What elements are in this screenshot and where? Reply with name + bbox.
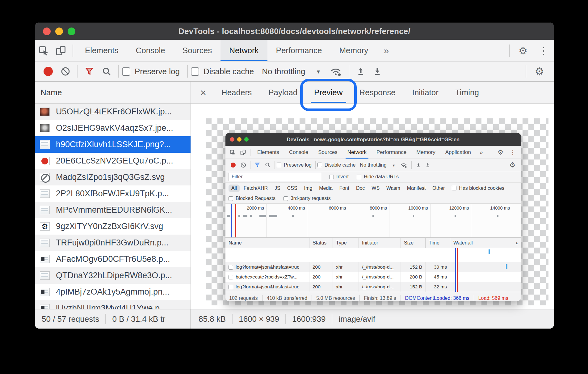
request-name: MadqZsIZpo1sj3qQ3GsZ.svg (56, 172, 165, 182)
nested-filter-chip-js: JS (272, 185, 283, 192)
request-row[interactable]: TRFujw0pi0nHF3GwDuRn.p... (35, 235, 191, 251)
nested-tab-bar: Elements Console Sources Network Perform… (225, 146, 521, 159)
window-titlebar[interactable]: DevTools - localhost:8080/docs/devtools/… (35, 23, 554, 40)
tab-network[interactable]: Network (220, 40, 267, 61)
tab-preview[interactable]: Preview (306, 82, 351, 103)
request-row[interactable]: 20E6CLcSzNV2GELQu7oC.p... (35, 153, 191, 169)
clear-button[interactable] (57, 67, 74, 76)
network-content: Name U5OHzQL4tEKFr6OFlxWK.jp... O2sIJEHG… (35, 82, 554, 309)
request-row[interactable]: O2sIJEHG9avKV4aqzSx7.jpe... (35, 120, 191, 136)
search-button[interactable] (98, 66, 115, 76)
request-row[interactable]: U5OHzQL4tEKFr6OFlxWK.jp... (35, 104, 191, 120)
tab-performance[interactable]: Performance (267, 40, 331, 61)
preserve-log-checkbox[interactable] (122, 67, 130, 76)
inspect-cursor-icon (38, 45, 49, 56)
request-row[interactable]: MadqZsIZpo1sj3qQ3GsZ.svg (35, 169, 191, 185)
tab-payload[interactable]: Payload (260, 82, 306, 103)
tab-initiator[interactable]: Initiator (404, 82, 447, 103)
divider (275, 161, 275, 169)
request-row[interactable]: lUvzbNUIrm3Mvd4U1Ywe.p... (35, 300, 191, 309)
cell-name: batchexecute?rpcids=xZTw... (225, 272, 309, 282)
cell-status: 200 (309, 262, 333, 272)
waterfall-request-bar (506, 264, 507, 269)
close-detail-button[interactable]: × (193, 82, 213, 103)
status-bar-right: 85.8 kB 1600 × 939 1600:939 image/avif (191, 309, 375, 329)
network-conditions-button[interactable] (326, 66, 346, 77)
chevron-down-icon[interactable]: ▼ (316, 69, 321, 75)
cell-name: log?format=json&hasfast=true (225, 262, 309, 272)
nested-filter-chip-ws: WS (369, 185, 382, 192)
transferred-bytes: 0 B / 31.4 kB tr (112, 314, 165, 324)
timeline-activity-mark (259, 215, 266, 217)
filter-button[interactable] (81, 66, 98, 76)
import-har-button[interactable] (352, 66, 369, 76)
active-tab-underline (311, 102, 346, 103)
nested-wifi-gear-icon (398, 162, 410, 168)
nested-request-row: batchexecute?rpcids=xZTw... 200 xhr /_/m… (225, 272, 521, 282)
name-column-header[interactable]: Name (35, 82, 191, 104)
divider (349, 65, 349, 78)
nested-filter-chip-css: CSS (284, 185, 300, 192)
row-checkbox (229, 285, 233, 289)
clear-icon (61, 67, 70, 76)
request-row[interactable]: 2P2L80XfBoFWJFxU9TpK.p... (35, 185, 191, 202)
request-row[interactable]: AFacMOgv6D0CFTr6U5e8.p... (35, 251, 191, 267)
request-row[interactable]: MPcVmmemtEEDURBN6lGK... (35, 202, 191, 218)
timeline-section (512, 204, 521, 237)
nested-inspect-cursor-icon (227, 146, 238, 159)
previewed-image-devtools-screenshot: DevTools - news.google.com/topstories?hl… (225, 133, 521, 301)
export-har-button[interactable] (369, 66, 386, 76)
request-row-selected[interactable]: h90CtfziXluvh1LSSKJE.png?... (35, 136, 191, 153)
tab-elements[interactable]: Elements (76, 40, 127, 61)
file-thumbnail-icon (40, 189, 50, 198)
divider (250, 161, 250, 169)
nested-has-blocked-cookies-checkbox (452, 186, 456, 190)
cell-status: 200 (309, 282, 333, 292)
nested-has-blocked-cookies-label: Has blocked cookies (459, 185, 504, 191)
column-header-size: Size (401, 238, 426, 248)
divider (509, 45, 510, 57)
requests-panel: Name U5OHzQL4tEKFr6OFlxWK.jp... O2sIJEHG… (35, 82, 191, 309)
inspect-element-button[interactable] (35, 40, 52, 61)
nested-tab-memory: Memory (411, 146, 440, 159)
nested-filter-chip-font: Font (337, 185, 352, 192)
row-checkbox (229, 275, 233, 279)
timeline-activity-mark (372, 215, 374, 217)
request-row[interactable]: 4pIMBj7zOAk1y5Agmmoj.pn... (35, 284, 191, 300)
nested-timeline-overview: 2000 ms 4000 ms 6000 ms 8000 ms 10000 ms… (225, 204, 521, 238)
record-button[interactable] (44, 67, 53, 76)
cell-initiator: /_/mss/boq-d... (359, 262, 401, 272)
network-settings-gear-icon[interactable]: ⚙ (529, 65, 550, 78)
tab-response[interactable]: Response (351, 82, 404, 103)
nested-hide-data-urls-checkbox (357, 175, 361, 179)
nested-request-filters-row2: Blocked Requests 3rd-party requests (225, 193, 521, 204)
throttling-select[interactable]: No throttling (262, 67, 305, 76)
device-toolbar-button[interactable] (52, 40, 69, 61)
file-thumbnail-icon (40, 271, 50, 280)
waterfall-request-bar (489, 249, 490, 254)
more-tabs-button[interactable]: » (377, 40, 396, 61)
tab-console[interactable]: Console (127, 40, 174, 61)
file-thumbnail-icon (40, 288, 50, 296)
timeline-tick-label: 10000 ms (408, 206, 428, 210)
disable-cache-checkbox[interactable] (191, 67, 199, 76)
nested-download-arrow-icon (423, 162, 433, 168)
tab-memory[interactable]: Memory (330, 40, 377, 61)
nested-third-party-option: 3rd-party requests (284, 196, 331, 201)
file-thumbnail-icon (40, 124, 50, 132)
nested-preserve-log-label: Preserve log (284, 162, 312, 168)
nested-tab-elements: Elements (252, 146, 284, 159)
kebab-menu-icon[interactable]: ⋮ (533, 40, 554, 61)
tab-timing[interactable]: Timing (447, 82, 487, 103)
divider (474, 295, 474, 301)
tab-headers[interactable]: Headers (213, 82, 260, 103)
nested-filter-chip-media: Media (316, 185, 335, 192)
nested-table-body: log?format=json&hasfast=true 200 xhr /_/… (225, 248, 521, 292)
nested-resources: 5.0 MB resources (316, 295, 355, 301)
tab-sources[interactable]: Sources (174, 40, 220, 61)
cell-waterfall (450, 272, 521, 282)
request-name: O2sIJEHG9avKV4aqzSx7.jpe... (56, 123, 173, 133)
request-row[interactable]: QTDnaY32hLDipeRW8e3O.p... (35, 267, 191, 284)
settings-gear-icon[interactable]: ⚙ (513, 40, 533, 61)
request-row[interactable]: 9gzXiTYY0nZzBxGI6KrV.svg (35, 218, 191, 235)
